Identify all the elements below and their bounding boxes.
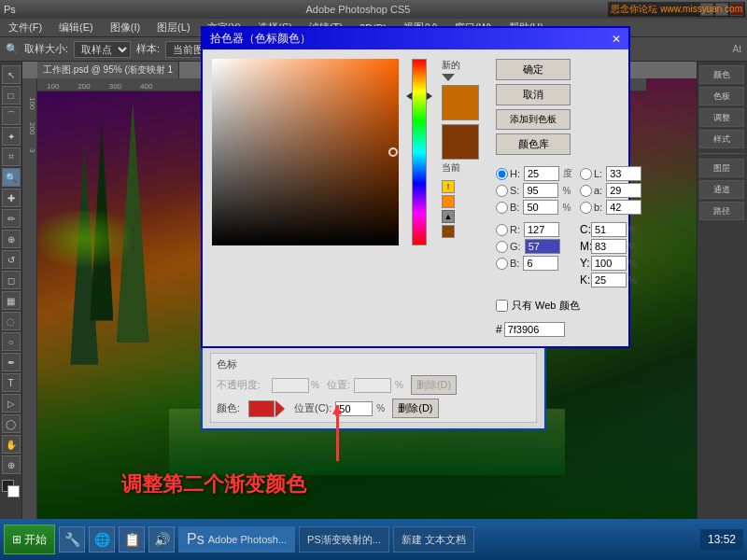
m-row: M: % <box>580 239 641 254</box>
tool-zoom[interactable]: ⊕ <box>2 455 21 474</box>
panel-swatches[interactable]: 色板 <box>699 87 744 105</box>
web-only-label: 只有 Web 颜色 <box>512 299 580 313</box>
toolbar-left: ↖ □ ⌒ ✦ ⌗ 🔍 ✚ ✏ ⊕ ↺ ◻ ▦ ◌ ○ ✒ T ▷ ◯ ✋ ⊕ <box>0 62 22 519</box>
panel-paths[interactable]: 路径 <box>699 202 744 220</box>
delete-button-1[interactable]: 删除(D) <box>411 375 457 395</box>
panel-color[interactable]: 颜色 <box>699 65 744 84</box>
color-picker-close[interactable]: ✕ <box>612 33 621 46</box>
a-row: a: <box>580 183 641 198</box>
color-picker-cursor[interactable] <box>388 147 398 157</box>
menu-file[interactable]: 文件(F) <box>4 19 47 36</box>
k-row: K: % <box>580 273 641 287</box>
tool-dodge[interactable]: ○ <box>2 332 21 351</box>
tool-clone[interactable]: ⊕ <box>2 230 21 248</box>
position-input1[interactable] <box>354 378 391 393</box>
a-radio[interactable] <box>580 185 592 197</box>
k-label: K: <box>580 273 589 287</box>
tool-crop[interactable]: ⌗ <box>2 147 21 166</box>
hue-radio[interactable] <box>496 168 508 180</box>
sample-size-select[interactable]: 取样点 <box>74 41 131 58</box>
red-input[interactable] <box>524 222 559 237</box>
tool-path[interactable]: ▷ <box>2 394 21 413</box>
color-preview-group[interactable] <box>248 400 285 417</box>
web-only-checkbox[interactable] <box>496 300 508 312</box>
delete-button-2[interactable]: 删除(D) <box>392 399 438 418</box>
k-input[interactable] <box>591 273 627 287</box>
green-radio[interactable] <box>496 241 508 253</box>
tool-history[interactable]: ↺ <box>2 250 21 269</box>
taskbar-time: 13:52 <box>700 529 743 550</box>
l-radio[interactable] <box>580 168 592 180</box>
tool-lasso[interactable]: ⌒ <box>2 106 21 125</box>
hue-input[interactable] <box>524 166 559 181</box>
c-input[interactable] <box>591 222 627 237</box>
color-preview-box[interactable] <box>248 400 275 417</box>
color-label: 颜色: <box>217 401 245 415</box>
taskbar-gradient[interactable]: PS渐变映射的... <box>299 526 389 553</box>
tool-shape[interactable]: ◯ <box>2 414 21 433</box>
a-input[interactable] <box>606 183 641 198</box>
start-button[interactable]: ⊞ 开始 <box>4 525 55 554</box>
color-arrow-icon <box>275 400 285 417</box>
panel-adjustments[interactable]: 调整 <box>699 108 744 127</box>
m-label: M: <box>580 240 589 253</box>
blue-radio[interactable] <box>496 258 508 270</box>
red-radio[interactable] <box>496 224 508 236</box>
color-gradient-box[interactable] <box>212 59 399 245</box>
saturation-input[interactable] <box>523 183 558 198</box>
tool-marquee[interactable]: □ <box>2 86 21 105</box>
b-lab-radio[interactable] <box>580 202 592 214</box>
brightness-radio[interactable] <box>496 202 508 214</box>
opacity-input-group: % <box>272 378 319 393</box>
taskbar-icon-tools[interactable]: 🔧 <box>59 526 85 553</box>
taskbar-notepad[interactable]: 新建 文本文档 <box>393 526 474 553</box>
panel-right: 颜色 色板 调整 样式 图层 通道 路径 <box>697 62 747 519</box>
hue-slider[interactable] <box>412 59 427 245</box>
green-input[interactable] <box>525 239 560 254</box>
web-color-row: 只有 Web 颜色 <box>496 299 641 313</box>
y-input[interactable] <box>591 256 627 271</box>
tool-move[interactable]: ↖ <box>2 65 21 84</box>
tool-pen[interactable]: ✒ <box>2 353 21 371</box>
tool-blur[interactable]: ◌ <box>2 312 21 330</box>
tool-hand[interactable]: ✋ <box>2 435 21 454</box>
taskbar-icon-network[interactable]: 🌐 <box>89 526 115 553</box>
menu-edit[interactable]: 编辑(E) <box>54 19 98 36</box>
l-input[interactable] <box>606 166 641 181</box>
tool-eyedropper[interactable]: 🔍 <box>2 168 21 187</box>
web-safe-color[interactable] <box>442 195 455 208</box>
annotation-arrowhead <box>332 405 342 414</box>
menu-layer[interactable]: 图层(L) <box>152 19 194 36</box>
gamut-color[interactable] <box>442 225 455 238</box>
menu-image[interactable]: 图像(I) <box>106 19 145 36</box>
tool-gradient[interactable]: ▦ <box>2 291 21 310</box>
color-library-button[interactable]: 颜色库 <box>496 133 571 155</box>
cancel-button[interactable]: 取消 <box>496 84 571 105</box>
color-swatches[interactable] <box>2 480 21 498</box>
color-inputs-area: H: 度 S: % B: <box>496 166 641 287</box>
panel-channels[interactable]: 通道 <box>699 180 744 199</box>
c-row: C: % <box>580 222 641 237</box>
taskbar-icon-misc1[interactable]: 📋 <box>119 526 145 553</box>
add-to-swatches-button[interactable]: 添加到色板 <box>496 109 571 130</box>
tool-spot-heal[interactable]: ✚ <box>2 189 21 207</box>
saturation-brightness-picker[interactable] <box>212 59 399 337</box>
tool-text[interactable]: T <box>2 373 21 392</box>
hex-input[interactable] <box>504 322 565 337</box>
ok-button[interactable]: 确定 <box>496 59 571 80</box>
tool-brush[interactable]: ✏ <box>2 209 21 228</box>
tool-eraser[interactable]: ◻ <box>2 271 21 289</box>
m-input[interactable] <box>591 239 627 254</box>
panel-layers[interactable]: 图层 <box>699 159 744 177</box>
color-preview-area: 新的 当前 ! ▲ <box>442 59 479 337</box>
b-lab-input[interactable] <box>606 200 641 215</box>
blue-input[interactable] <box>523 256 558 271</box>
taskbar-photoshop[interactable]: Ps Adobe Photosh... <box>178 526 295 553</box>
saturation-radio[interactable] <box>496 185 508 197</box>
brightness-input[interactable] <box>523 200 558 215</box>
taskbar-icon-misc2[interactable]: 🔊 <box>148 526 175 553</box>
document-tab[interactable]: 工作图.psd @ 95% (渐变映射 1 <box>37 62 179 78</box>
tool-magic-wand[interactable]: ✦ <box>2 127 21 146</box>
panel-styles[interactable]: 样式 <box>699 130 744 148</box>
opacity-input[interactable] <box>272 378 309 393</box>
